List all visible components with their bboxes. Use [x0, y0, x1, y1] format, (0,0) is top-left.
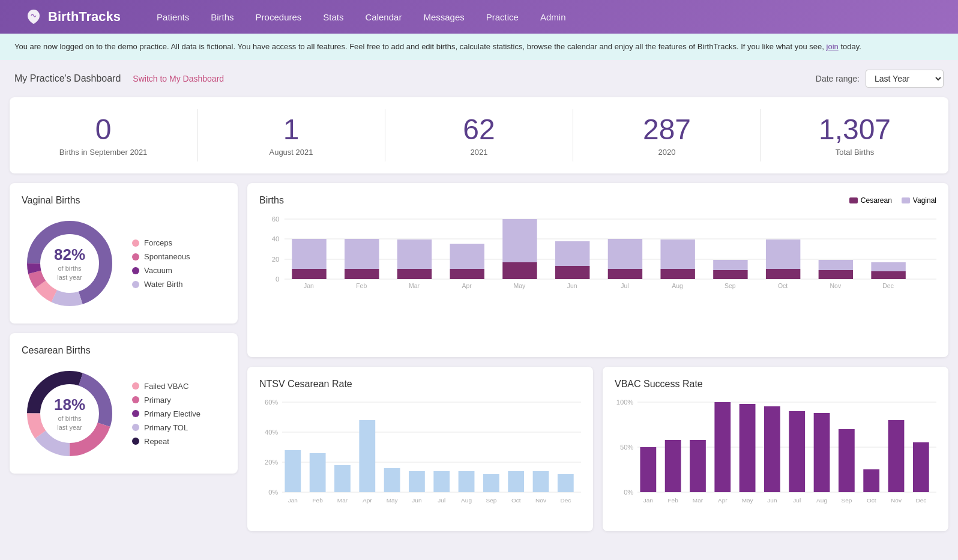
svg-text:Mar: Mar: [409, 283, 420, 289]
demo-banner: You are now logged on to the demo practi…: [0, 34, 958, 60]
svg-text:Jun: Jun: [412, 498, 421, 504]
ntsv-bar-chart: 60% 40% 20% 0% Jan Feb: [259, 399, 581, 519]
svg-rect-100: [714, 402, 731, 492]
ntsv-title: NTSV Cesarean Rate: [259, 379, 581, 390]
svg-rect-41: [660, 269, 694, 279]
svg-rect-30: [450, 244, 484, 269]
svg-rect-70: [359, 420, 375, 492]
svg-rect-54: [871, 262, 905, 271]
legend-spontaneous: Spontaneous: [132, 252, 190, 261]
svg-text:60%: 60%: [265, 399, 279, 406]
svg-text:Apr: Apr: [363, 498, 372, 504]
switch-dashboard-link[interactable]: Switch to My Dashboard: [133, 74, 224, 83]
svg-rect-82: [508, 471, 524, 492]
svg-rect-45: [713, 260, 747, 270]
svg-text:Aug: Aug: [816, 498, 827, 504]
svg-rect-47: [766, 269, 800, 279]
svg-rect-102: [740, 404, 756, 492]
svg-rect-76: [433, 471, 450, 492]
legend-water-birth: Water Birth: [132, 280, 190, 289]
svg-text:Jan: Jan: [643, 498, 653, 504]
svg-rect-29: [450, 269, 484, 279]
vbac-title: VBAC Success Rate: [615, 379, 936, 390]
svg-text:Aug: Aug: [461, 498, 472, 504]
svg-text:Oct: Oct: [778, 283, 788, 289]
svg-rect-53: [871, 271, 905, 279]
svg-text:0%: 0%: [624, 489, 634, 496]
cesarean-legend-item: Cesarean: [849, 196, 892, 205]
svg-text:20: 20: [272, 256, 280, 263]
svg-text:Jun: Jun: [767, 498, 777, 504]
main-content: Vaginal Births: [0, 183, 958, 541]
forceps-dot: [132, 239, 139, 247]
svg-text:Dec: Dec: [560, 498, 571, 504]
nav-patients[interactable]: Patients: [157, 12, 189, 22]
svg-rect-23: [345, 269, 379, 279]
svg-text:Jul: Jul: [438, 498, 445, 504]
births-bar-svg: 60 40 20 0 Jan Feb: [259, 213, 936, 345]
nav-calendar[interactable]: Calendar: [366, 12, 402, 22]
nav-procedures[interactable]: Procedures: [256, 12, 302, 22]
svg-rect-110: [839, 429, 855, 492]
svg-rect-51: [819, 260, 853, 270]
svg-rect-112: [863, 469, 879, 492]
svg-rect-38: [608, 269, 642, 279]
svg-rect-74: [409, 471, 425, 492]
legend-failed-vbac: Failed VBAC: [132, 382, 200, 391]
primary-dot: [132, 396, 139, 403]
spontaneous-dot: [132, 253, 139, 260]
svg-rect-26: [397, 269, 432, 279]
join-link[interactable]: join: [827, 42, 839, 51]
vaginal-donut-center: 82% of birthslast year: [54, 246, 85, 282]
main-nav: Patients Births Procedures Stats Calenda…: [157, 12, 565, 22]
svg-text:May: May: [514, 283, 526, 289]
svg-rect-94: [640, 447, 656, 492]
nav-stats[interactable]: Stats: [323, 12, 343, 22]
nav-messages[interactable]: Messages: [423, 12, 464, 22]
vacuum-dot: [132, 267, 139, 274]
svg-rect-44: [713, 270, 747, 279]
svg-rect-108: [814, 413, 830, 492]
svg-text:Jan: Jan: [304, 283, 314, 289]
svg-text:20%: 20%: [265, 459, 279, 466]
date-range-selector: Date range: Last Year This Year Last Mon…: [816, 70, 944, 88]
nav-births[interactable]: Births: [211, 12, 233, 22]
date-range-dropdown[interactable]: Last Year This Year Last Month This Mont…: [866, 70, 944, 88]
births-chart-title: Births: [259, 195, 284, 206]
legend-vacuum: Vacuum: [132, 266, 190, 275]
nav-practice[interactable]: Practice: [486, 12, 519, 22]
svg-rect-114: [888, 420, 905, 492]
svg-rect-66: [310, 453, 326, 492]
cesarean-donut-center: 18% of birthslast year: [54, 396, 85, 432]
svg-rect-64: [285, 450, 301, 492]
ntsv-svg: 60% 40% 20% 0% Jan Feb: [259, 399, 581, 519]
svg-rect-96: [665, 440, 681, 492]
svg-text:0: 0: [276, 276, 279, 283]
nav-admin[interactable]: Admin: [540, 12, 566, 22]
vaginal-legend-color: [902, 197, 910, 203]
vbac-chart-card: VBAC Success Rate 100% 50% 0% Jan: [603, 367, 948, 531]
svg-text:Mar: Mar: [337, 498, 348, 504]
svg-text:May: May: [387, 498, 398, 504]
svg-rect-42: [660, 239, 694, 269]
births-bar-chart: 60 40 20 0 Jan Feb: [259, 213, 936, 345]
svg-rect-20: [292, 269, 326, 279]
svg-text:Dec: Dec: [882, 283, 894, 289]
stat-aug-2021: 1 August 2021: [197, 109, 385, 162]
vaginal-legend-item: Vaginal: [902, 196, 936, 205]
svg-text:50%: 50%: [620, 444, 634, 451]
primary-tol-dot: [132, 424, 139, 431]
right-column: Births Cesarean Vaginal 60: [247, 183, 948, 531]
water-birth-dot: [132, 281, 139, 288]
svg-text:0%: 0%: [268, 489, 279, 496]
svg-rect-24: [345, 239, 379, 269]
header: BirthTracks Patients Births Procedures S…: [0, 0, 958, 34]
svg-rect-84: [533, 471, 549, 492]
svg-text:Apr: Apr: [718, 498, 728, 504]
svg-rect-50: [819, 270, 853, 279]
svg-rect-36: [555, 241, 589, 266]
svg-text:Dec: Dec: [915, 498, 926, 504]
legend-repeat: Repeat: [132, 437, 200, 446]
svg-text:Aug: Aug: [672, 283, 683, 289]
svg-text:Jul: Jul: [793, 498, 801, 504]
